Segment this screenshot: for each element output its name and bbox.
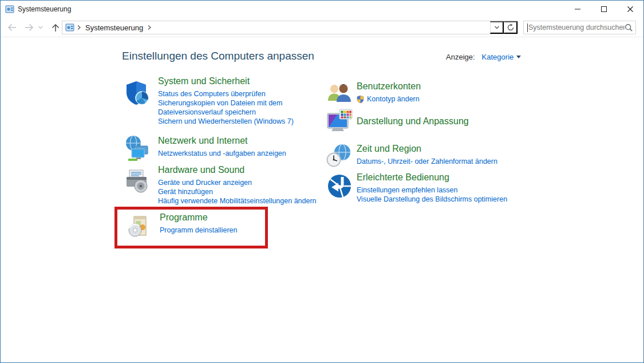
breadcrumb: Systemsteuerung	[62, 21, 490, 34]
category-link-clock-region[interactable]: Zeit und Region	[357, 144, 421, 154]
search-icon[interactable]	[625, 23, 633, 32]
text-caret	[527, 23, 528, 32]
clock-region-icon[interactable]	[326, 141, 353, 169]
programs-icon[interactable]	[125, 214, 153, 241]
chevron-right-icon[interactable]	[147, 25, 152, 30]
minimize-button[interactable]	[564, 1, 591, 18]
view-by-value: Kategorie	[482, 53, 514, 61]
task-link-add-device[interactable]: Gerät hinzufügen	[158, 187, 333, 196]
up-button[interactable]	[48, 19, 64, 35]
category-link-network-internet[interactable]: Netzwerk und Internet	[158, 136, 248, 146]
maximize-icon	[600, 6, 607, 13]
category-link-hardware-sound[interactable]: Hardware und Sound	[158, 165, 244, 175]
ease-of-access-icon[interactable]	[326, 172, 353, 200]
personalization-icon[interactable]	[326, 108, 353, 136]
category-programs: Programme Programm deinstallieren	[125, 212, 334, 235]
category-link-user-accounts[interactable]: Benutzerkonten	[357, 81, 421, 92]
close-icon	[627, 6, 634, 13]
category-ease-of-access: Erleichterte Bedienung Einstellungen emp…	[326, 172, 528, 204]
content-area: Einstellungen des Computers anpassen Anz…	[1, 37, 643, 362]
network-icon[interactable]	[124, 135, 151, 162]
task-link-mobility-settings[interactable]: Häufig verwendete Mobilitätseinstellunge…	[158, 196, 333, 206]
hardware-sound-icon[interactable]	[124, 167, 151, 195]
task-link-devices-printers[interactable]: Geräte und Drucker anzeigen	[158, 178, 333, 187]
task-link-optimize-visual-display[interactable]: Visuelle Darstellung des Bildschirms opt…	[357, 195, 528, 204]
category-clock-region: Zeit und Region Datums-, Uhrzeit- oder Z…	[326, 144, 528, 166]
navigation-bar: Systemsteuerung	[1, 18, 643, 37]
uac-shield-icon	[357, 95, 364, 104]
user-accounts-icon[interactable]	[326, 80, 353, 108]
back-button[interactable]	[4, 19, 20, 35]
chevron-down-icon	[516, 56, 521, 58]
arrow-right-icon	[24, 23, 34, 32]
control-panel-icon	[65, 23, 74, 32]
control-panel-icon	[5, 5, 14, 14]
task-link-change-date-time-format[interactable]: Datums-, Uhrzeit- oder Zahlenformat ände…	[357, 157, 528, 166]
search-input[interactable]	[528, 23, 625, 31]
category-link-system-security[interactable]: System und Sicherheit	[158, 76, 250, 86]
task-link-change-account-type[interactable]: Kontotyp ändern	[367, 94, 420, 104]
refresh-button[interactable]	[504, 21, 517, 34]
view-by-label: Anzeige:	[446, 53, 475, 61]
view-by-control: Anzeige: Kategorie	[446, 53, 521, 61]
task-link-backup-restore-win7[interactable]: Sichern und Wiederherstellen (Windows 7)	[158, 117, 333, 126]
forward-button[interactable]	[21, 19, 37, 35]
maximize-button[interactable]	[591, 1, 617, 18]
chevron-right-icon[interactable]	[77, 25, 81, 30]
view-by-dropdown[interactable]: Kategorie	[482, 53, 521, 61]
arrow-left-icon	[7, 23, 17, 32]
search-box[interactable]	[523, 21, 636, 34]
task-link-uninstall-program[interactable]: Programm deinstallieren	[160, 226, 334, 235]
recent-pages-button[interactable]	[36, 19, 45, 35]
category-network-internet: Netzwerk und Internet Netzwerkstatus und…	[124, 136, 333, 158]
chevron-down-icon	[494, 25, 500, 30]
control-panel-window: Systemsteuerung	[0, 0, 644, 363]
arrow-up-icon	[51, 23, 60, 33]
category-hardware-sound: Hardware und Sound Geräte und Drucker an…	[124, 165, 333, 206]
close-button[interactable]	[617, 1, 643, 18]
task-link-network-status[interactable]: Netzwerkstatus und -aufgaben anzeigen	[158, 149, 333, 158]
refresh-icon	[507, 23, 515, 31]
category-link-personalization[interactable]: Darstellung und Anpassung	[357, 116, 469, 127]
window-title: Systemsteuerung	[18, 5, 71, 13]
task-link-check-status[interactable]: Status des Computers überprüfen	[158, 89, 333, 98]
titlebar: Systemsteuerung	[1, 1, 643, 18]
address-dropdown-button[interactable]	[490, 21, 504, 34]
breadcrumb-item-systemsteuerung[interactable]: Systemsteuerung	[84, 23, 145, 32]
task-link-file-history-backup[interactable]: Sicherungskopien von Dateien mit dem Dat…	[158, 98, 333, 117]
category-system-security: System und Sicherheit Status des Compute…	[124, 76, 333, 126]
category-link-programs[interactable]: Programme	[160, 212, 208, 223]
category-link-ease-of-access[interactable]: Erleichterte Bedienung	[357, 172, 449, 183]
category-personalization: Darstellung und Anpassung	[326, 116, 528, 129]
page-title: Einstellungen des Computers anpassen	[122, 50, 314, 62]
address-bar[interactable]: Systemsteuerung	[62, 21, 518, 34]
minimize-icon	[574, 6, 581, 13]
shield-icon[interactable]	[124, 80, 151, 107]
task-link-suggest-settings[interactable]: Einstellungen empfehlen lassen	[357, 186, 528, 195]
chevron-down-icon	[38, 25, 44, 30]
category-user-accounts: Benutzerkonten Kontotyp ändern	[326, 81, 528, 104]
